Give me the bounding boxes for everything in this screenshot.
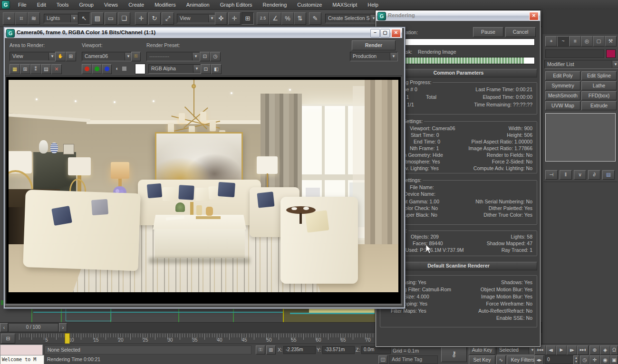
maxscript-mini-listener[interactable] bbox=[0, 345, 43, 355]
dialog-close-button[interactable]: ✕ bbox=[529, 12, 539, 20]
absolute-mode-toggle[interactable]: ⊞ bbox=[266, 345, 276, 354]
edit-region-button[interactable]: ✋ bbox=[55, 52, 66, 61]
toggle-ui-button[interactable]: ◧ bbox=[211, 64, 222, 74]
make-unique-button[interactable]: ∨ bbox=[574, 170, 586, 180]
tab-motion[interactable]: ◎ bbox=[581, 36, 593, 47]
frame-spinner[interactable]: ▲▼ bbox=[573, 355, 579, 364]
angle-snap-button[interactable]: ∠ bbox=[269, 12, 281, 25]
menu-views[interactable]: Views bbox=[99, 0, 123, 10]
area-to-render-dropdown[interactable]: View▾ bbox=[10, 52, 57, 61]
remove-modifier-button[interactable]: ∂ bbox=[588, 170, 600, 180]
menu-edit[interactable]: Edit bbox=[32, 0, 51, 10]
timeline-scroll-thumb[interactable]: 0 / 100 bbox=[8, 323, 58, 332]
set-keys-button[interactable]: ⚷ bbox=[441, 347, 467, 362]
menu-animation[interactable]: Animation bbox=[181, 0, 215, 10]
mini-curve-editor-button[interactable]: ⊟ bbox=[1, 334, 15, 344]
auto-key-button[interactable]: Auto Key bbox=[469, 345, 495, 355]
menu-graph-editors[interactable]: Graph Editors bbox=[215, 0, 258, 10]
key-mode-toggle[interactable]: ◀▶ bbox=[534, 355, 544, 364]
rectangular-selection-button[interactable]: ▭ bbox=[105, 12, 117, 25]
maxscript-listener-line[interactable]: Welcome to M bbox=[0, 355, 44, 364]
menu-help[interactable]: Help bbox=[362, 0, 384, 10]
modifier-button-uvw-map[interactable]: UVW Map bbox=[545, 101, 580, 110]
copy-image-button[interactable]: ⊞ bbox=[20, 64, 30, 74]
current-frame-field[interactable]: 0 bbox=[545, 355, 575, 364]
menu-file[interactable]: File bbox=[13, 0, 32, 10]
lock-viewport-button[interactable]: ⚿ bbox=[131, 52, 141, 61]
window-crossing-button[interactable]: ❏ bbox=[118, 12, 130, 25]
render-preset-dropdown[interactable]: ------------▾ bbox=[146, 52, 200, 61]
selection-lock-toggle[interactable]: ⚿ bbox=[256, 345, 265, 354]
chevron-down-icon[interactable]: ▾ bbox=[70, 15, 77, 22]
blue-channel-button[interactable] bbox=[102, 64, 112, 74]
clone-window-button[interactable]: ⁑ bbox=[30, 64, 41, 74]
rendered-frame-window[interactable]: G Camera06, frame 0, RGBA Color 16 Bits/… bbox=[4, 27, 405, 308]
object-color-swatch[interactable] bbox=[606, 49, 616, 58]
save-image-button[interactable]: ▦ bbox=[10, 64, 20, 74]
show-end-result-button[interactable]: ‖ bbox=[560, 170, 572, 180]
menu-tools[interactable]: Tools bbox=[51, 0, 74, 10]
chevron-down-icon[interactable]: ▾ bbox=[390, 53, 397, 60]
default-in-out-tangents-button[interactable]: ∿ bbox=[496, 355, 506, 364]
alpha-channel-button[interactable]: ◖ bbox=[112, 64, 121, 73]
modifier-button-edit-spline[interactable]: Edit Spline bbox=[581, 71, 617, 80]
select-and-link-icon[interactable]: ⌖ bbox=[3, 12, 15, 25]
menu-modifiers[interactable]: Modifiers bbox=[149, 0, 181, 10]
pin-stack-button[interactable]: ⊣ bbox=[545, 170, 558, 180]
arc-rotate-button[interactable]: ◉ bbox=[600, 355, 610, 364]
rendering-dialog-titlebar[interactable]: G Rendering ✕ bbox=[376, 11, 540, 21]
x-coordinate-field[interactable]: -2.235m bbox=[283, 346, 316, 354]
select-and-manipulate-button[interactable]: ✛ bbox=[228, 12, 241, 25]
render-setup-button[interactable]: ⊡ bbox=[200, 52, 210, 61]
timeline-scroll-left-button[interactable]: ‹ bbox=[0, 323, 8, 332]
timeline-scroll-right-button[interactable]: › bbox=[59, 323, 67, 332]
modifier-button-lathe[interactable]: Lathe bbox=[581, 81, 617, 90]
channel-display-dropdown[interactable]: RGB Alpha▾ bbox=[148, 64, 201, 74]
chevron-down-icon[interactable]: ▾ bbox=[192, 53, 199, 60]
modifier-button-symmetry[interactable]: Symmetry bbox=[545, 81, 580, 90]
maximize-viewport-button[interactable]: ▣ bbox=[610, 355, 618, 364]
green-channel-button[interactable] bbox=[92, 64, 102, 74]
set-key-button[interactable]: Set Key bbox=[469, 355, 495, 364]
field-of-view-button[interactable]: Ω bbox=[610, 345, 618, 355]
modifier-list-dropdown[interactable]: Modifier List▾ bbox=[544, 60, 618, 69]
monochrome-button[interactable] bbox=[122, 64, 131, 73]
zoom-extents-button[interactable]: ◈ bbox=[600, 345, 610, 355]
cancel-button[interactable]: Cancel bbox=[505, 27, 536, 37]
time-configuration-button[interactable]: ◷ bbox=[580, 355, 589, 364]
named-selection-set-dropdown[interactable]: Create Selection Se▾ bbox=[325, 14, 378, 23]
menu-customize[interactable]: Customize bbox=[292, 0, 327, 10]
chevron-down-icon[interactable]: ▾ bbox=[208, 15, 215, 22]
time-tag-icon[interactable]: ◫ bbox=[378, 355, 387, 364]
spinner-snap-button[interactable]: ⇅ bbox=[294, 12, 306, 25]
configure-modifier-sets-button[interactable]: ▤ bbox=[602, 170, 615, 180]
clear-image-button[interactable]: ✕ bbox=[51, 64, 62, 74]
frame-window-titlebar[interactable]: G Camera06, frame 0, RGBA Color 16 Bits/… bbox=[5, 28, 402, 38]
red-channel-button[interactable] bbox=[82, 64, 92, 74]
color-selector-toggle[interactable]: ⊡ bbox=[201, 64, 211, 74]
edit-named-selection-button[interactable]: ✎ bbox=[309, 12, 321, 25]
chevron-down-icon[interactable]: ▾ bbox=[48, 53, 56, 60]
viewport-dropdown[interactable]: Camera06▾ bbox=[82, 52, 133, 61]
select-object-button[interactable]: ↖ bbox=[78, 12, 90, 25]
modifier-button-meshsmooth[interactable]: MeshSmooth bbox=[545, 91, 580, 100]
reference-coordinate-dropdown[interactable]: View▾ bbox=[177, 14, 216, 23]
tab-create[interactable]: + bbox=[545, 36, 557, 47]
modifier-stack-list[interactable] bbox=[545, 113, 616, 162]
add-time-tag-field[interactable]: Add Time Tag bbox=[389, 355, 438, 364]
select-and-scale-button[interactable]: ⤢ bbox=[162, 12, 174, 25]
modifier-button-ffd-box[interactable]: FFD(box) bbox=[581, 91, 617, 100]
z-coordinate-field[interactable]: 0.0m bbox=[361, 346, 391, 354]
chevron-down-icon[interactable]: ▾ bbox=[193, 65, 200, 73]
chevron-down-icon[interactable]: ▾ bbox=[612, 61, 618, 68]
snaps-toggle-button[interactable]: ⊞ bbox=[241, 12, 254, 25]
select-by-name-button[interactable]: ▤ bbox=[91, 12, 104, 25]
production-dropdown[interactable]: Production▾ bbox=[350, 52, 398, 61]
key-selection-dropdown[interactable]: Selected▾ bbox=[496, 345, 537, 355]
pan-button[interactable]: ✛ bbox=[589, 355, 600, 364]
time-slider[interactable] bbox=[65, 333, 70, 344]
previous-frame-button[interactable]: ◀▮ bbox=[546, 345, 556, 355]
modifier-button-edit-poly[interactable]: Edit Poly bbox=[545, 71, 580, 80]
use-center-button[interactable]: ✜ bbox=[215, 12, 227, 25]
pause-button[interactable]: Pause bbox=[473, 27, 503, 37]
